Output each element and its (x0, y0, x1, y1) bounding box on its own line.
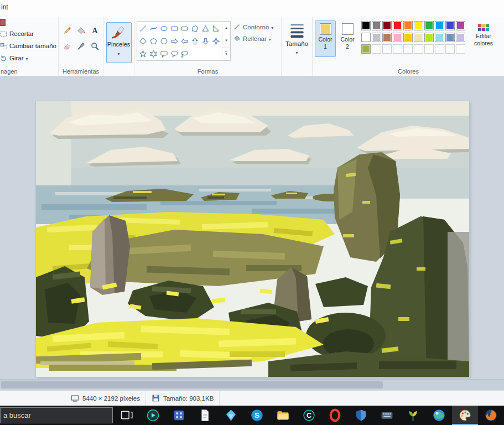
fill-dropdown[interactable]: Rellenar (233, 35, 273, 42)
shape-line-icon[interactable] (139, 24, 147, 33)
palette-empty-slot-r3-c4[interactable] (393, 44, 402, 54)
taskbar-globe-app-button[interactable] (426, 406, 452, 425)
taskbar-defender-button[interactable] (348, 406, 374, 425)
eraser-tool-button[interactable] (61, 39, 74, 53)
taskbar-c-ring-app-button[interactable]: C (296, 406, 322, 425)
palette-swatch-r2-c10[interactable] (456, 33, 465, 42)
text-tool-button[interactable]: A (89, 23, 101, 38)
shape-callout-rounded-icon[interactable] (160, 50, 168, 58)
shape-right-triangle-icon[interactable] (212, 24, 220, 33)
taskbar-search-input[interactable]: a buscar (0, 407, 113, 423)
shape-arrow-right-icon[interactable] (170, 37, 179, 45)
fill-tool-button[interactable] (75, 23, 87, 38)
shape-arrow-up-icon[interactable] (191, 37, 199, 45)
shape-polygon-icon[interactable] (191, 24, 199, 33)
palette-empty-slot-r3-c3[interactable] (382, 44, 392, 54)
size-dropdown[interactable]: Tamaño (284, 19, 310, 55)
palette-empty-slot-r3-c10[interactable] (456, 44, 465, 54)
taskbar-gem-app-button[interactable] (218, 406, 244, 425)
palette-swatch-r2-c2[interactable] (372, 33, 381, 42)
eyedropper-tool-button[interactable] (75, 39, 87, 53)
taskbar-keyboard-app-button[interactable] (374, 406, 400, 425)
edit-colors-button[interactable]: Editarcolores (469, 20, 498, 46)
rotate-button[interactable]: Girar (0, 52, 56, 64)
palette-swatch-r2-c1[interactable] (361, 33, 371, 42)
shapes-scroll-down-button[interactable] (222, 34, 230, 47)
palette-swatch-r2-c9[interactable] (445, 33, 455, 42)
color2-label: Color (340, 36, 354, 43)
shape-rectangle-icon[interactable] (170, 24, 179, 33)
shape-oval-icon[interactable] (160, 24, 168, 33)
outline-icon (233, 23, 241, 30)
taskbar-skype-button[interactable]: S (244, 406, 270, 425)
brushes-button[interactable]: Pinceles (106, 22, 132, 63)
palette-swatch-r1-c3[interactable] (382, 21, 392, 30)
palette-swatch-r1-c4[interactable] (393, 21, 402, 30)
palette-swatch-r3-c1[interactable] (361, 44, 371, 54)
palette-swatch-r1-c8[interactable] (435, 21, 444, 30)
palette-empty-slot-r3-c9[interactable] (445, 44, 455, 54)
shape-diamond-icon[interactable] (139, 37, 147, 45)
outline-dropdown[interactable]: Contorno (233, 23, 273, 30)
palette-swatch-r1-c10[interactable] (456, 21, 465, 30)
palette-swatch-r1-c1[interactable] (361, 21, 371, 30)
palette-swatch-r2-c5[interactable] (403, 33, 413, 42)
palette-swatch-r2-c7[interactable] (424, 33, 434, 42)
color1-label: Color (318, 36, 332, 43)
shape-callout-cloud-icon[interactable] (180, 50, 189, 58)
shape-triangle-icon[interactable] (201, 24, 210, 33)
scrollbar-thumb[interactable] (1, 381, 383, 388)
taskbar-notepad-button[interactable] (192, 406, 218, 425)
shape-rounded-rectangle-icon[interactable] (180, 24, 189, 33)
shape-callout-oval-icon[interactable] (170, 50, 179, 58)
shape-grid (137, 22, 222, 60)
horizontal-scrollbar[interactable] (0, 379, 504, 390)
taskbar-media-player-button[interactable] (140, 406, 166, 425)
shape-star-4-icon[interactable] (212, 37, 220, 45)
resize-button[interactable]: Cambiar tamaño (0, 40, 56, 52)
title-bar: int (0, 0, 504, 17)
palette-swatch-r1-c5[interactable] (403, 21, 413, 30)
palette-empty-slot-r3-c2[interactable] (372, 44, 381, 54)
resize-icon (0, 43, 7, 50)
magnifier-tool-button[interactable] (89, 39, 101, 53)
taskbar-paint-button[interactable] (452, 406, 478, 425)
palette-empty-slot-r3-c8[interactable] (435, 44, 444, 54)
taskbar-file-explorer-button[interactable] (270, 406, 296, 425)
taskbar-task-view-button[interactable] (114, 406, 140, 425)
palette-swatch-r1-c9[interactable] (445, 21, 455, 30)
shape-star-6-icon[interactable] (149, 50, 158, 58)
shape-pentagon-icon[interactable] (149, 37, 158, 45)
shape-star-5-icon[interactable] (139, 50, 147, 58)
work-area (0, 76, 504, 379)
fill-shape-icon (233, 35, 241, 42)
taskbar-opera-button[interactable] (322, 406, 348, 425)
color2-button[interactable]: Color2 (337, 20, 358, 57)
pencil-tool-button[interactable] (61, 23, 74, 38)
palette-empty-slot-r3-c6[interactable] (414, 44, 423, 54)
taskbar-leaf-app-button[interactable] (400, 406, 426, 425)
shape-curve-icon[interactable] (149, 24, 158, 33)
notepad-icon (198, 408, 212, 422)
shape-arrow-down-icon[interactable] (201, 37, 210, 45)
shape-arrow-left-icon[interactable] (180, 37, 189, 45)
drawing-canvas[interactable] (36, 101, 469, 377)
taskbar-app-grid-button[interactable] (166, 406, 192, 425)
color1-button[interactable]: Color1 (315, 20, 336, 57)
taskbar-firefox-button[interactable] (478, 406, 504, 425)
text-icon: A (90, 26, 100, 35)
palette-swatch-r1-c2[interactable] (372, 21, 381, 30)
paint-window: int Recortar Cambiar tamaño Girar nagen (0, 0, 504, 425)
palette-swatch-r2-c4[interactable] (393, 33, 402, 42)
crop-button[interactable]: Recortar (0, 28, 56, 40)
shape-hexagon-icon[interactable] (160, 37, 168, 45)
palette-empty-slot-r3-c7[interactable] (424, 44, 434, 54)
palette-swatch-r2-c6[interactable] (414, 33, 423, 42)
palette-swatch-r1-c6[interactable] (414, 21, 423, 30)
palette-swatch-r1-c7[interactable] (424, 21, 434, 30)
palette-swatch-r2-c3[interactable] (382, 33, 392, 42)
palette-swatch-r2-c8[interactable] (435, 33, 444, 42)
shapes-scroll-up-button[interactable] (222, 22, 230, 34)
shapes-more-button[interactable] (222, 48, 230, 60)
palette-empty-slot-r3-c5[interactable] (403, 44, 413, 54)
